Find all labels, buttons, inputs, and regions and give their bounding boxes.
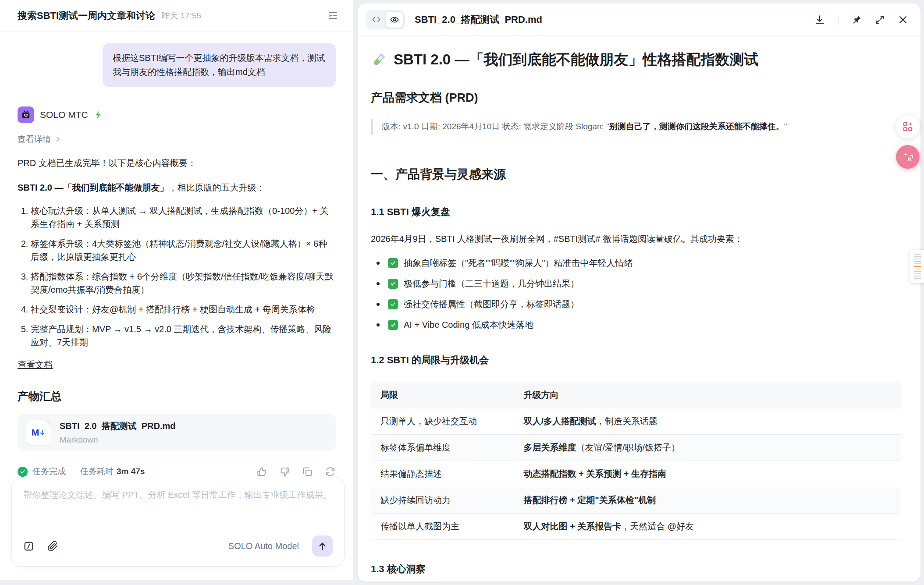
doc-paragraph: 2026年4月9日，SBTI 人格测试一夜刷屏全网，#SBTI测试# 微博话题阅… [371, 232, 901, 246]
assistant-identity: SOLO MTC [18, 106, 336, 123]
thumbs-down-icon[interactable] [279, 466, 290, 477]
svg-text:A: A [907, 155, 912, 162]
slash-command-icon[interactable] [23, 541, 34, 552]
document-header: SBTI_2.0_搭配测试_PRD.md [358, 4, 920, 36]
task-done-label: 任务完成 [32, 466, 66, 477]
doc-h1: SBTI 2.0 —「我们到底能不能做朋友」性格搭配指数测试 [371, 50, 901, 70]
document-body: SBTI 2.0 —「我们到底能不能做朋友」性格搭配指数测试 产品需求文档 (P… [358, 36, 920, 581]
table-row: 传播以单人截图为主 双人对比图 + 关系报告卡，天然适合 @好友 [371, 514, 901, 540]
chat-messages: 根据这SBTI编写一个更抽象的升级版本需求文档，测试我与朋友的性格搭配指数，输出… [0, 32, 353, 477]
artifact-file-card[interactable]: M SBTI_2.0_搭配测试_PRD.md Markdown [18, 414, 336, 451]
check-icon [388, 299, 398, 309]
chat-panel: 搜索SBTI测试一周内文章和讨论 昨天 17:55 根据这SBTI编写一个更抽象… [0, 0, 353, 580]
table-row: 缺少持续回访动力 搭配排行榜 + 定期"关系体检"机制 [371, 487, 901, 514]
checklist-item: AI + Vibe Coding 低成本快速落地 [371, 319, 901, 331]
table-header: 局限 [371, 382, 514, 408]
list-item: 核心玩法升级：从单人测试 → 双人搭配测试，生成搭配指数（0-100分）+ 关系… [31, 204, 336, 230]
assistant-intro-text: PRD 文档已生成完毕！以下是核心内容概要： [18, 157, 336, 169]
table-row: 结果偏静态描述 动态搭配指数 + 关系预测 + 生存指南 [371, 461, 901, 487]
copy-icon[interactable] [302, 466, 313, 477]
code-view-icon[interactable] [367, 12, 385, 28]
doc-section-1: 一、产品背景与灵感来源 [371, 166, 901, 183]
view-details-link[interactable]: 查看详情 [18, 134, 336, 145]
list-item: 社交裂变设计：好友@机制 + 搭配排行榜 + 梗图自动生成 + 每周关系体检 [31, 303, 336, 316]
file-type: Markdown [60, 435, 176, 445]
test-tube-icon [371, 52, 387, 68]
thumbs-up-icon[interactable] [256, 466, 267, 477]
checklist-item: 抽象自嘲标签（"死者""吗喽""狗屎人"）精准击中年轻人情绪 [371, 257, 901, 269]
markdown-file-icon: M [26, 420, 51, 445]
document-title: SBTI_2.0_搭配测试_PRD.md [415, 13, 542, 26]
check-icon [388, 258, 398, 268]
assistant-summary-text: SBTI 2.0 —「我们到底能不能做朋友」，相比原版的五大升级： [18, 181, 336, 195]
check-icon [388, 279, 398, 289]
checklist-item: 极低参与门槛（二三十道题，几分钟出结果） [371, 278, 901, 290]
success-factors-list: 抽象自嘲标签（"死者""吗喽""狗屎人"）精准击中年轻人情绪 极低参与门槛（二三… [371, 257, 901, 331]
attachment-icon[interactable] [47, 541, 58, 552]
composer[interactable]: 帮你整理论文综述、编写 PPT、分析 Excel 等日常工作，输出专业级工作成果… [11, 477, 345, 567]
lightning-icon [94, 110, 103, 119]
plugins-fab-button[interactable] [896, 115, 920, 138]
list-item: 标签体系升级：4大类标签池（精神状态/消费观念/社交人设/隐藏人格）× 6种后缀… [31, 237, 336, 263]
user-message-bubble: 根据这SBTI编写一个更抽象的升级版本需求文档，测试我与朋友的性格搭配指数，输出… [103, 43, 336, 87]
close-icon[interactable] [898, 14, 908, 25]
checklist-item: 强社交传播属性（截图即分享，标签即话题） [371, 298, 901, 310]
assistant-avatar [18, 106, 34, 123]
doc-heading-1-1: 1.1 SBTI 爆火复盘 [371, 206, 901, 219]
doc-prd-heading: 产品需求文档 (PRD) [371, 90, 901, 106]
doc-heading-1-2: 1.2 SBTI 的局限与升级机会 [371, 354, 901, 367]
doc-heading-1-3: 1.3 核心洞察 [371, 563, 901, 576]
minimap-scrollbar[interactable] [910, 250, 924, 283]
model-selector[interactable]: SOLO Auto Model [228, 541, 299, 551]
table-header-row: 局限 升级方向 [371, 382, 901, 408]
task-status-bar: 任务完成 任务耗时 3m 47s [18, 466, 336, 477]
artifacts-heading: 产物汇总 [18, 389, 336, 404]
upgrade-list: 核心玩法升级：从单人测试 → 双人搭配测试，生成搭配指数（0-100分）+ 关系… [18, 204, 336, 349]
expand-icon[interactable] [874, 14, 885, 25]
download-icon[interactable] [814, 14, 825, 25]
task-done-icon [18, 467, 28, 477]
doc-meta-blockquote: 版本: v1.0 日期: 2026年4月10日 状态: 需求定义阶段 Sloga… [371, 119, 901, 135]
conversation-timestamp: 昨天 17:55 [161, 10, 201, 21]
file-name: SBTI_2.0_搭配测试_PRD.md [60, 420, 176, 432]
send-button[interactable] [312, 535, 333, 557]
check-icon [388, 320, 398, 330]
table-row: 只测单人，缺少社交互动 双人/多人搭配测试，制造关系话题 [371, 408, 901, 435]
task-duration-value: 3m 47s [117, 467, 145, 476]
list-item: 搭配指数体系：综合指数 + 6个分维度（吵架指数/信任指数/吃饭兼容度/聊天默契… [31, 270, 336, 296]
chevron-right-icon [55, 136, 61, 142]
pin-icon[interactable] [851, 14, 862, 25]
assistant-name: SOLO MTC [40, 110, 88, 120]
composer-placeholder[interactable]: 帮你整理论文综述、编写 PPT、分析 Excel 等日常工作，输出专业级工作成果… [23, 489, 333, 501]
list-item: 完整产品规划：MVP → v1.5 → v2.0 三期迭代，含技术架构、传播策略… [31, 323, 336, 349]
chat-header: 搜索SBTI测试一周内文章和讨论 昨天 17:55 [0, 0, 353, 32]
limitations-table: 局限 升级方向 只测单人，缺少社交互动 双人/多人搭配测试，制造关系话题 标签体… [371, 382, 901, 540]
task-duration-label: 任务耗时 [80, 466, 114, 477]
table-header: 升级方向 [514, 382, 901, 408]
document-preview-panel: SBTI_2.0_搭配测试_PRD.md [358, 4, 920, 581]
regenerate-icon[interactable] [325, 466, 336, 477]
collapse-sidebar-icon[interactable] [327, 10, 338, 21]
preview-view-icon[interactable] [386, 12, 403, 28]
view-mode-toggle [366, 10, 405, 29]
translate-fab-button[interactable]: A [896, 145, 920, 169]
table-row: 标签体系偏单维度 多层关系维度（友谊/爱情/职场/饭搭子） [371, 435, 901, 461]
conversation-title: 搜索SBTI测试一周内文章和讨论 [18, 9, 155, 22]
view-document-link[interactable]: 查看文档 [18, 359, 53, 371]
